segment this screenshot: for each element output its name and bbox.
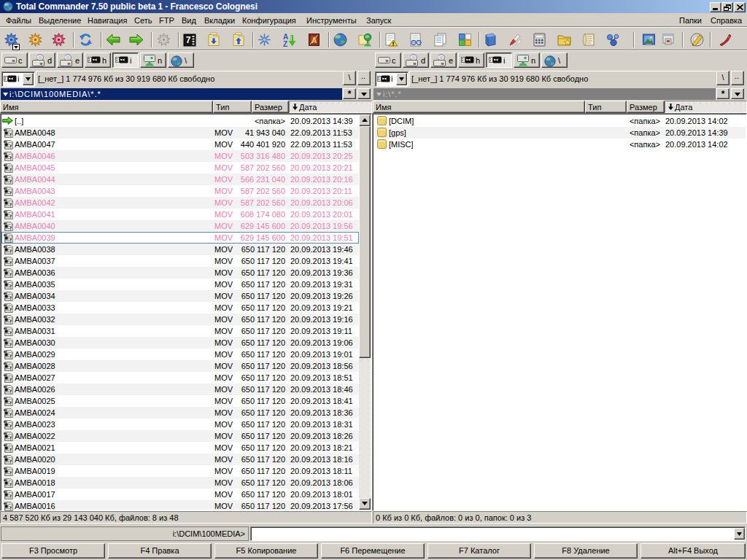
- svg-text:Z: Z: [283, 40, 287, 48]
- svg-text:7: 7: [186, 35, 191, 45]
